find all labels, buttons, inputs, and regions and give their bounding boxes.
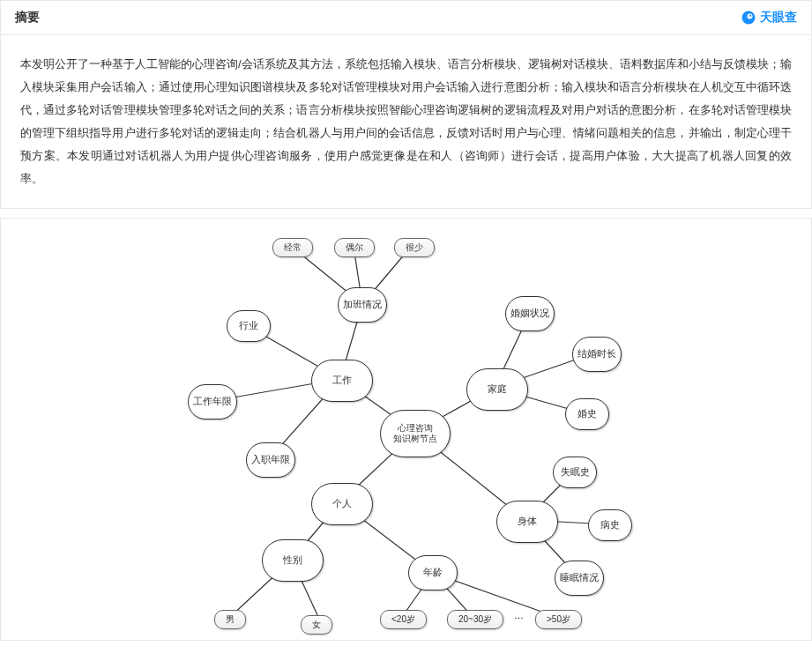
- node-marriage: 婚姻状况: [505, 296, 555, 331]
- section-header: 摘要 天眼查: [1, 1, 811, 35]
- node-center: 心理咨询 知识树节点: [380, 410, 451, 457]
- leaf-male: 男: [214, 610, 246, 629]
- node-insomnia: 失眠史: [553, 457, 597, 488]
- node-age: 年龄: [408, 555, 458, 590]
- node-body: 身体: [496, 501, 558, 543]
- node-industry: 行业: [227, 310, 271, 342]
- leaf-sometimes: 偶尔: [334, 238, 375, 257]
- node-sleep: 睡眠情况: [555, 561, 604, 596]
- node-marriage-hist: 婚史: [565, 398, 609, 430]
- leaf-age2: 20~30岁: [447, 610, 503, 629]
- leaf-rarely: 很少: [394, 238, 435, 257]
- abstract-section: 摘要 天眼查 本发明公开了一种基于人工智能的心理咨询/会话系统及其方法，系统包括…: [0, 0, 812, 209]
- svg-point-2: [749, 15, 751, 17]
- leaf-female: 女: [301, 615, 332, 635]
- leaf-age1: <20岁: [380, 610, 427, 629]
- node-work: 工作: [311, 360, 373, 402]
- section-title: 摘要: [15, 10, 40, 26]
- leaf-often: 经常: [272, 238, 313, 257]
- node-family: 家庭: [466, 368, 528, 411]
- node-entry-years: 入职年限: [246, 442, 295, 478]
- brand-logo[interactable]: 天眼查: [741, 10, 797, 26]
- node-gender: 性别: [262, 539, 324, 582]
- eye-icon: [741, 10, 756, 26]
- node-marriage-len: 结婚时长: [572, 337, 622, 372]
- knowledge-tree-diagram: 心理咨询 知识树节点 工作 家庭 个人 身体 行业 工作年限 入职年限 加班情况…: [177, 229, 653, 626]
- node-work-years: 工作年限: [188, 384, 237, 420]
- leaf-age3: >50岁: [535, 610, 582, 629]
- brand-text: 天眼查: [760, 10, 797, 26]
- node-personal: 个人: [311, 483, 373, 525]
- diagram-section: 心理咨询 知识树节点 工作 家庭 个人 身体 行业 工作年限 入职年限 加班情况…: [0, 218, 812, 641]
- abstract-text: 本发明公开了一种基于人工智能的心理咨询/会话系统及其方法，系统包括输入模块、语言…: [1, 35, 811, 208]
- node-illness: 病史: [588, 509, 632, 541]
- node-overtime: 加班情况: [338, 287, 387, 323]
- leaf-dots: …: [514, 610, 524, 620]
